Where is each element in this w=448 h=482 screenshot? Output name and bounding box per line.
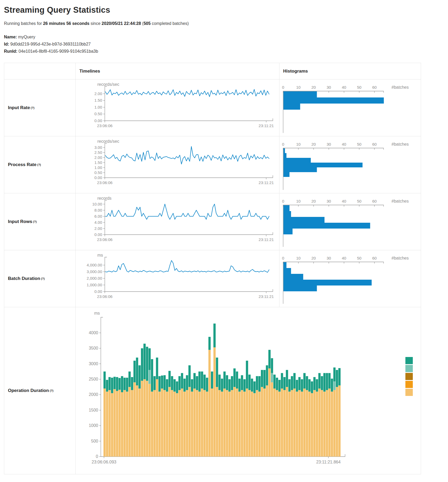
stacked-bar-segment [218,390,220,457]
y-tick-label: 2.00 [94,155,102,160]
stacked-bar-segment [241,375,243,390]
hist-bar [283,211,291,217]
stacked-bar-segment [268,350,270,368]
y-tick-label: 4.00 [94,220,102,225]
stacked-bar-segment [221,379,223,392]
input-rate-timeline-chart: records/sec2.001.501.000.500.0023:06:062… [76,79,279,136]
y-tick-label: 1000 [89,423,98,428]
hist-tick-label: 60 [372,199,377,203]
stacked-bar-segment [114,389,116,457]
input-rows-histogram-chart: 0102030405060#batches [279,193,421,250]
hist-tick-label: 60 [372,142,377,146]
stacked-bar-segment [278,392,280,457]
timeline-line-chart: records10.008.006.004.002.000.0023:06:06… [76,195,277,249]
histogram-chart: 0102030405060#batches [279,195,420,250]
stacked-bar-segment [119,390,121,457]
stacked-bar-segment [288,379,291,392]
stacked-bar-segment [338,368,341,385]
hist-bar [283,153,287,158]
stacked-bar-segment [153,390,156,457]
stacked-bar-segment [233,387,236,457]
input-rows-timeline-chart: records10.008.006.004.002.000.0023:06:06… [76,193,279,250]
stacked-bar-segment [119,378,121,390]
y-tick-label: 0.50 [94,111,102,116]
y-tick-label: 2.00 [94,91,102,96]
stacked-bar-segment [251,379,253,392]
stacked-bar-segment [126,392,128,457]
help-icon[interactable]: (?) [50,389,53,392]
y-tick-label: 3.00 [94,145,102,150]
y-tick-label: 4,000.00 [87,263,102,267]
stacked-bar-segment [166,379,168,392]
stacked-bar-segment [201,372,203,389]
y-tick-label: 3,000.00 [87,269,102,274]
summary-text: Running batches for [4,21,43,26]
stacked-bar-segment [258,392,260,457]
stacked-bar-segment [281,373,283,389]
row-label-input-rate: Input Rate(?) [4,79,76,136]
stacked-bar-segment [173,392,175,457]
y-tick-label: 2,000.00 [87,276,102,280]
stacked-bar-segment [198,392,201,457]
stacked-bar-segment [238,379,241,392]
stacked-bar-segment [293,373,296,389]
stacked-bar-segment [203,390,206,457]
y-tick-label: 0.50 [94,170,102,175]
statistics-table: Timelines Histograms Input Rate(?) recor… [4,63,421,474]
y-tick-label: 8.00 [94,208,102,212]
hist-tick-label: 30 [327,142,331,146]
help-icon[interactable]: (?) [41,277,45,280]
stacked-bar-segment [321,376,323,390]
stacked-bar-segment [153,376,156,390]
stacked-bar-segment [183,379,185,392]
y-axis [101,317,103,457]
query-name-value: myQuery [18,35,35,39]
stacked-bar-segment [238,392,241,457]
stacked-bar-segment [308,392,310,457]
summary-text: since [89,21,102,26]
batch-duration-histogram-chart: 0102030405060#batches [279,250,421,307]
hist-tick-label: 20 [311,85,316,90]
stacked-bar-segment [243,379,246,392]
hist-bar [283,262,287,268]
stacked-bar-segment [273,374,275,389]
hist-bar [283,163,363,167]
hist-tick-label: 50 [357,256,361,260]
stacked-bar-segment [191,392,193,457]
stacked-bar-segment [146,347,148,381]
stacked-bar-segment [283,390,286,457]
stacked-bar-segment [336,387,338,457]
hist-tick-label: 20 [311,256,316,260]
help-icon[interactable]: (?) [37,163,41,166]
hist-tick-label: 40 [342,85,346,90]
stacked-bar-segment [323,392,325,457]
stacked-bar-segment [213,324,215,347]
unit-label: records/sec [97,139,119,144]
hist-bar [283,280,372,285]
stacked-bar-segment [301,392,303,457]
stacked-bar-segment [254,381,256,393]
stacked-bar-segment [223,372,225,389]
stacked-bar-segment [176,381,178,393]
batches-label: #batches [392,85,409,90]
stacked-bar-segment [281,389,283,457]
stacked-bar-segment [196,390,198,457]
stacked-bar-segment [166,392,168,457]
x-end-label: 23:11:21 [259,237,274,242]
timeline-line-chart: ms4,000.003,000.002,000.001,000.000.0023… [76,252,277,306]
y-tick-label: 2500 [89,377,98,381]
stacked-bar-segment [143,379,146,457]
stacked-bar-segment [278,380,280,391]
stacked-bar-segment [256,390,258,457]
x-start-label: 23:06:06 [97,294,112,299]
stacked-bar-segment [181,373,183,389]
stacked-bar-segment [326,390,328,457]
stacked-bar-segment [236,389,238,457]
stacked-bar-segment [193,389,196,457]
help-icon[interactable]: (?) [31,106,34,109]
help-icon[interactable]: (?) [33,220,37,223]
stacked-bar-segment [111,393,113,457]
stacked-bar-segment [261,387,263,457]
stacked-bar-segment [161,376,163,389]
stacked-bar-segment [186,390,188,457]
